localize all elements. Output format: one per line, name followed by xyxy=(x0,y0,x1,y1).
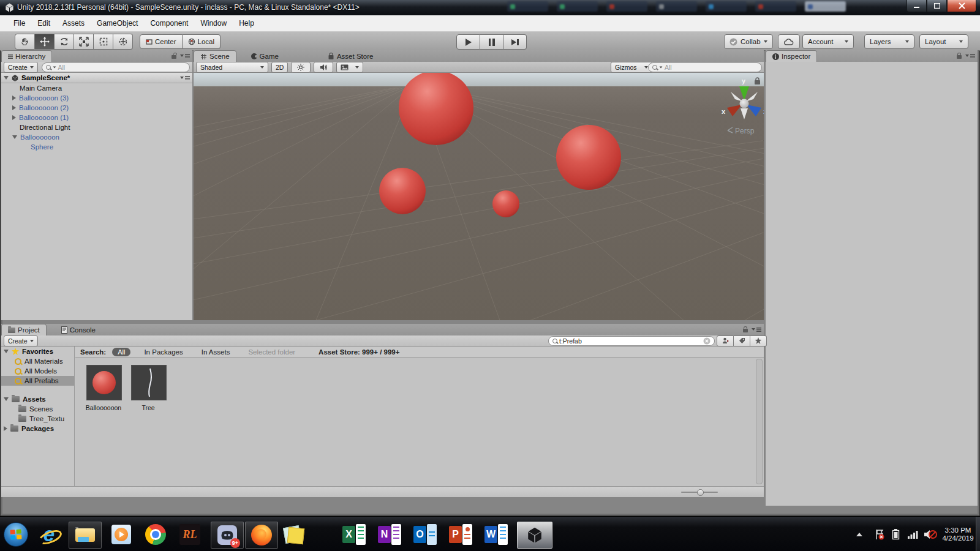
clear-search-icon[interactable] xyxy=(703,337,710,345)
tree-assets[interactable]: Assets xyxy=(1,394,74,404)
account-dropdown[interactable]: Account xyxy=(802,34,854,49)
close-button[interactable] xyxy=(947,0,976,12)
foldout-icon[interactable] xyxy=(4,397,9,401)
thumbnail-size-slider-thumb[interactable] xyxy=(697,489,704,496)
scope-in-packages[interactable]: In Packages xyxy=(144,348,183,356)
cloud-button[interactable] xyxy=(778,34,800,49)
balloon-sphere-large[interactable] xyxy=(399,73,473,145)
tree-scenes[interactable]: Scenes xyxy=(1,404,74,414)
collab-button[interactable]: Collab xyxy=(724,34,773,49)
powerpoint-icon[interactable]: P xyxy=(447,522,474,547)
excel-icon[interactable]: X xyxy=(341,522,368,547)
search-by-label-button[interactable] xyxy=(734,335,750,347)
lighting-toggle-button[interactable] xyxy=(291,62,311,73)
start-button[interactable] xyxy=(2,522,29,547)
menu-edit[interactable]: Edit xyxy=(31,17,56,30)
foldout-icon[interactable] xyxy=(4,426,7,431)
layers-dropdown[interactable]: Layers xyxy=(864,34,914,49)
lock-icon[interactable] xyxy=(743,329,748,332)
transform-tool-button[interactable] xyxy=(113,34,133,50)
tray-expand-button[interactable] xyxy=(856,517,862,551)
foldout-icon[interactable] xyxy=(12,135,17,139)
minimize-button[interactable] xyxy=(907,0,927,12)
menu-file[interactable]: File xyxy=(7,17,31,30)
project-create-button[interactable]: Create xyxy=(4,335,38,347)
tree-all-models[interactable]: All Models xyxy=(1,366,74,376)
maximize-button[interactable] xyxy=(927,0,947,12)
tree-all-materials[interactable]: All Materials xyxy=(1,356,74,366)
shading-mode-dropdown[interactable]: Shaded xyxy=(196,62,268,73)
saved-search-star-button[interactable] xyxy=(750,335,767,347)
unity-taskbar-icon[interactable] xyxy=(517,522,552,549)
title-bar[interactable]: Unity 2018.2.13f1 Personal (64bit) - Sam… xyxy=(0,0,980,16)
step-button[interactable] xyxy=(503,34,527,50)
onenote-icon[interactable]: N xyxy=(376,522,403,547)
hierarchy-item-directional-light[interactable]: Directional Light xyxy=(1,122,192,132)
foldout-icon[interactable] xyxy=(12,105,16,110)
tree-favorites[interactable]: Favorites xyxy=(1,347,74,356)
move-tool-button[interactable] xyxy=(35,34,55,50)
hierarchy-item-sphere[interactable]: Sphere xyxy=(1,142,192,152)
foldout-icon[interactable] xyxy=(12,96,16,100)
scope-all[interactable]: All xyxy=(112,348,130,356)
game-tab[interactable]: Game xyxy=(245,51,285,62)
balloon-sphere-left[interactable] xyxy=(379,168,426,214)
menu-component[interactable]: Component xyxy=(144,17,194,30)
projection-label[interactable]: Persp xyxy=(735,127,755,135)
balloon-sphere-small[interactable] xyxy=(492,190,519,217)
play-button[interactable] xyxy=(456,34,480,50)
sticky-notes-icon[interactable] xyxy=(279,522,306,547)
inspector-tab[interactable]: Inspector xyxy=(766,50,817,62)
asset-store-tab[interactable]: Asset Store xyxy=(322,51,379,62)
rect-tool-button[interactable] xyxy=(94,34,113,50)
asset-balloon-label[interactable]: Balloooooon xyxy=(81,404,126,411)
panel-menu-icon[interactable] xyxy=(752,327,761,332)
hierarchy-search-input[interactable]: All xyxy=(42,62,190,72)
asset-grid-scrollbar[interactable] xyxy=(756,359,763,484)
menu-help[interactable]: Help xyxy=(233,17,260,30)
internet-explorer-icon[interactable]: e xyxy=(36,522,62,547)
outlook-icon[interactable]: O xyxy=(412,522,439,547)
scope-in-assets[interactable]: In Assets xyxy=(202,348,230,356)
tree-packages[interactable]: Packages xyxy=(1,424,74,433)
runelite-icon[interactable]: RL xyxy=(176,522,203,547)
pause-button[interactable] xyxy=(480,34,503,50)
rotate-tool-button[interactable] xyxy=(55,34,74,50)
search-by-type-button[interactable] xyxy=(717,335,734,347)
audio-toggle-button[interactable] xyxy=(314,62,333,73)
asset-balloon-thumbnail[interactable] xyxy=(86,365,122,400)
discord-icon[interactable]: 9+ xyxy=(211,522,244,549)
project-tab[interactable]: Project xyxy=(1,324,47,335)
menu-assets[interactable]: Assets xyxy=(56,17,91,30)
panel-menu-icon[interactable] xyxy=(965,53,975,58)
network-signal-icon[interactable] xyxy=(908,517,919,551)
media-player-icon[interactable] xyxy=(108,522,135,547)
scale-tool-button[interactable] xyxy=(74,34,94,50)
hand-tool-button[interactable] xyxy=(15,34,35,50)
scene-search-input[interactable]: All xyxy=(648,62,762,72)
menu-gameobject[interactable]: GameObject xyxy=(91,17,144,30)
show-desktop-button[interactable] xyxy=(976,517,980,551)
scene-header-row[interactable]: SampleScene* xyxy=(1,73,192,83)
gizmo-center[interactable] xyxy=(740,99,749,108)
menu-window[interactable]: Window xyxy=(194,17,233,30)
scene-foldout-icon[interactable] xyxy=(4,76,9,80)
lock-icon[interactable] xyxy=(172,55,176,59)
hierarchy-item-balloon-1[interactable]: Balloooooon (1) xyxy=(1,113,192,122)
foldout-icon[interactable] xyxy=(4,350,9,353)
scene-viewport[interactable]: y x z Persp xyxy=(194,73,764,320)
pivot-toggle-button[interactable]: Center xyxy=(140,34,183,49)
hierarchy-create-button[interactable]: Create xyxy=(4,62,38,73)
taskbar-clock[interactable]: 3:30 PM 4/24/2019 xyxy=(940,517,976,551)
tree-tree-textures[interactable]: Tree_Textu xyxy=(1,414,74,424)
firefox-icon[interactable] xyxy=(245,522,278,549)
word-icon[interactable]: W xyxy=(483,522,510,547)
gizmos-dropdown[interactable]: Gizmos xyxy=(611,62,652,73)
hierarchy-item-balloon-3[interactable]: Balloooooon (3) xyxy=(1,93,192,103)
hierarchy-item-main-camera[interactable]: Main Camera xyxy=(1,83,192,93)
hierarchy-item-balloon[interactable]: Balloooooon xyxy=(1,132,192,142)
panel-menu-icon[interactable] xyxy=(180,53,190,58)
foldout-icon[interactable] xyxy=(12,115,16,120)
lock-icon[interactable] xyxy=(957,55,962,59)
hierarchy-tab[interactable]: Hierarchy xyxy=(1,50,52,62)
